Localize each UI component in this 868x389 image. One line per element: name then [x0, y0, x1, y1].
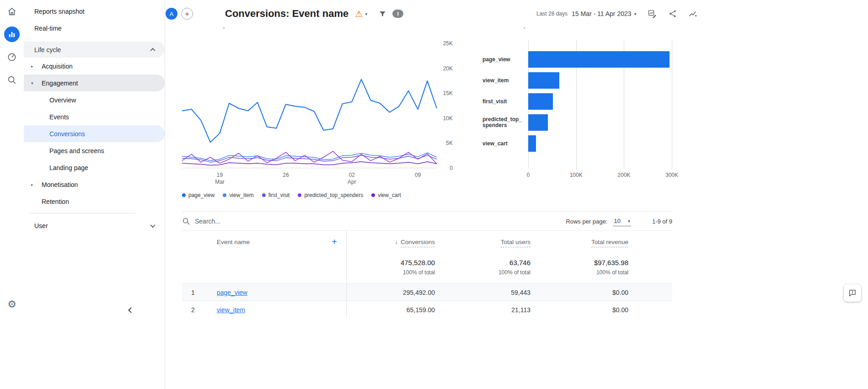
column-label[interactable]: Total users — [501, 239, 530, 247]
cell-conversions: 65,159.00 — [346, 306, 449, 314]
sidebar-item-label: Conversions — [49, 130, 85, 138]
column-label[interactable]: Total revenue — [591, 239, 628, 247]
sidebar-collapse-button[interactable] — [123, 303, 138, 317]
date-range-value[interactable]: 15 Mar - 11 Apr 2023 — [572, 10, 631, 17]
gear-icon: ⚙ — [7, 298, 16, 310]
legend-item: view_cart — [371, 192, 401, 198]
cell-revenue: $0.00 — [545, 306, 645, 314]
bar-row: first_visit — [482, 93, 672, 110]
column-label[interactable]: Conversions — [401, 239, 435, 247]
sidebar-item-real-time[interactable]: Real-time — [24, 20, 165, 37]
bar-category-label: first_visit — [482, 99, 528, 105]
line-series-page_view — [182, 80, 437, 143]
total-revenue-column-header: Total revenue — [545, 239, 645, 245]
sampling-indicator-badge[interactable]: I — [392, 10, 403, 18]
table-search — [182, 217, 566, 225]
avatar[interactable]: A — [166, 8, 177, 20]
row-index: 2 — [182, 306, 204, 314]
add-column-button[interactable]: + — [332, 237, 337, 246]
sidebar-item-engagement[interactable]: ▾ Engagement — [24, 75, 165, 91]
bar-fill — [528, 51, 670, 68]
totals-percent: 100% of total — [346, 269, 435, 276]
table-row: 1 page_view 295,492.00 59,443 $0.00 — [182, 283, 672, 301]
line-y-label: 5K — [439, 139, 453, 147]
sidebar-item-pages-and-screens[interactable]: Pages and screens — [24, 142, 165, 159]
advertising-gauge-icon — [7, 52, 17, 62]
bar-row: view_cart — [482, 135, 672, 152]
totals-percent: 100% of total — [449, 269, 530, 276]
line-series-view_item — [182, 153, 437, 161]
bar-axis-tick: 0 — [527, 172, 530, 178]
line-x-tick: 19Mar — [215, 172, 225, 186]
chevron-up-icon — [150, 48, 155, 53]
legend-label: first_visit — [268, 192, 290, 198]
line-y-label: 0 — [439, 165, 453, 172]
bar-track — [528, 51, 672, 68]
bar-track — [528, 93, 672, 110]
sidebar-item-reports-snapshot[interactable]: Reports snapshot — [24, 3, 165, 20]
rows-per-page-select[interactable]: 10 ▾ — [613, 216, 631, 226]
line-y-label: 20K — [439, 65, 453, 72]
bar-axis-tick: 100K — [570, 172, 583, 178]
insights-button[interactable] — [688, 9, 698, 19]
report-content: Conversions by Event name over time Conv… — [165, 27, 868, 389]
sidebar-item-label: Real-time — [34, 25, 62, 32]
admin-gear-button[interactable]: ⚙ — [0, 293, 24, 315]
sidebar-divider — [29, 213, 135, 213]
header-right: Last 28 days 15 Mar - 11 Apr 2023 ▾ — [536, 0, 698, 27]
gridline — [672, 40, 672, 169]
cell-conversions: 295,492.00 — [346, 289, 449, 296]
bar-fill — [528, 135, 536, 152]
legend-dot — [223, 193, 226, 197]
sidebar-item-label: Acquisition — [42, 63, 73, 70]
edit-chart-icon — [648, 9, 657, 19]
bar-x-axis: 0 100K 200K 300K — [528, 172, 672, 179]
sidebar-section-life-cycle[interactable]: Life cycle — [24, 42, 165, 58]
section-label: Life cycle — [34, 46, 61, 53]
line-y-label: 25K — [439, 40, 453, 47]
sidebar-item-label: Reports snapshot — [34, 8, 85, 15]
title-caret-down-icon[interactable]: ▾ — [365, 11, 367, 16]
line-chart-svg — [182, 43, 437, 168]
sidebar-item-conversions[interactable]: Conversions — [24, 125, 165, 142]
sidebar-item-label: Overview — [49, 96, 76, 104]
chevron-left-icon — [128, 307, 134, 313]
sidebar-item-acquisition[interactable]: ▸ Acquisition — [24, 58, 165, 75]
add-comparison-button[interactable]: + — [181, 8, 193, 20]
bar-chart: page_view view_item first_visit predicte… — [482, 46, 672, 168]
funnel-icon — [378, 10, 387, 18]
nav-home-button[interactable] — [0, 0, 24, 23]
filter-button[interactable] — [378, 10, 387, 18]
date-range-caret-icon[interactable]: ▾ — [634, 11, 637, 16]
nav-reports-button[interactable] — [0, 23, 24, 46]
warning-icon[interactable]: ⚠ — [355, 9, 363, 19]
sidebar-item-monetisation[interactable]: ▸ Monetisation — [24, 176, 165, 193]
sidebar-item-retention[interactable]: Retention — [24, 193, 165, 210]
nav-rail: ⚙ — [0, 0, 24, 389]
nav-advertising-button[interactable] — [0, 46, 24, 69]
column-label[interactable]: Event name — [217, 239, 250, 245]
legend-item: predicted_top_spenders — [298, 192, 363, 198]
legend-label: predicted_top_spenders — [304, 192, 363, 198]
event-name-link[interactable]: view_item — [217, 306, 245, 314]
customize-report-button[interactable] — [648, 9, 657, 19]
share-button[interactable] — [668, 9, 677, 18]
line-chart-legend: page_view view_item first_visit predicte… — [182, 192, 401, 198]
search-input[interactable] — [195, 218, 332, 225]
bar-axis-tick: 200K — [617, 172, 630, 178]
line-y-label: 10K — [439, 115, 453, 122]
line-chart-title-clipped: Conversions by Event name over time — [182, 27, 290, 29]
line-x-tick: 26 — [283, 172, 289, 179]
totals-percent: 100% of total — [545, 269, 628, 276]
event-name-link[interactable]: page_view — [217, 289, 247, 296]
sidebar-item-events[interactable]: Events — [24, 108, 165, 125]
report-header: A + Conversions: Event name ⚠ ▾ I L — [165, 0, 868, 27]
sidebar-section-user[interactable]: User — [24, 217, 165, 234]
bar-track — [528, 135, 672, 152]
nav-explore-button[interactable] — [0, 69, 24, 91]
rows-per-page-label: Rows per page: — [566, 218, 607, 225]
feedback-button[interactable] — [844, 284, 861, 302]
conversions-column-header: ↓Conversions — [346, 239, 449, 245]
sidebar-item-landing-page[interactable]: Landing page — [24, 159, 165, 176]
sidebar-item-overview[interactable]: Overview — [24, 91, 165, 108]
